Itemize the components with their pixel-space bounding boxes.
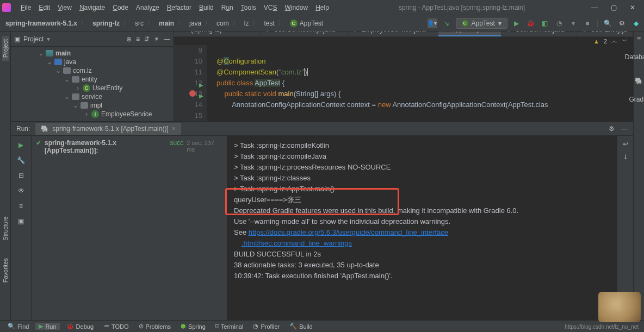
tab-userentity[interactable]: UserEntity.ja: [577, 32, 633, 36]
scroll-end-icon[interactable]: ⤓: [623, 153, 628, 161]
sidebar-favorites[interactable]: Favorites: [2, 255, 9, 286]
user-avatar-icon[interactable]: 👤▾: [428, 18, 437, 28]
crumb[interactable]: test〉: [262, 17, 287, 29]
expand-icon[interactable]: ≡: [136, 35, 140, 43]
menu-vcs[interactable]: VCS: [261, 3, 281, 12]
stop-icon[interactable]: ■: [583, 18, 592, 28]
gradle-elephant-icon[interactable]: 🐘: [635, 77, 643, 85]
tree-service[interactable]: service: [82, 93, 102, 101]
project-tree[interactable]: ⌄main ⌄java ⌄com.lz ⌄entity ›CUserEntity…: [11, 47, 174, 121]
run-tree-time: 2 sec, 237 ms: [187, 140, 222, 153]
crumb[interactable]: spring-lz〉: [90, 17, 133, 29]
status-find[interactable]: 🔍Find: [4, 323, 32, 330]
status-debug[interactable]: 🐞Debug: [63, 323, 97, 330]
tree-userentity[interactable]: UserEntity: [92, 84, 122, 92]
filter-icon[interactable]: ⊟: [18, 172, 24, 179]
run-settings-icon[interactable]: ⚙: [609, 125, 615, 133]
menu-edit[interactable]: Edit: [35, 3, 53, 12]
status-run[interactable]: ▶Run: [35, 323, 59, 330]
gradle-docs-link-2[interactable]: .html#sec:command_line_warnings: [234, 239, 352, 247]
settings-icon[interactable]: ⚙: [617, 18, 627, 28]
run-icon[interactable]: ▶: [512, 18, 522, 28]
crumb[interactable]: lz〉: [242, 17, 262, 29]
run-hide-icon[interactable]: —: [621, 125, 628, 133]
menu-help[interactable]: Help: [312, 3, 332, 12]
status-profiler[interactable]: ◔Profiler: [250, 323, 283, 330]
run-tree-status: succ: [170, 139, 184, 147]
run-tab[interactable]: 🐘spring-framework-5.1.x [AppTest.main()]…: [35, 123, 181, 135]
menu-build[interactable]: Build: [196, 3, 217, 12]
pin-icon[interactable]: ▣: [18, 217, 24, 225]
menu-navigate[interactable]: Navigate: [76, 3, 108, 12]
project-panel: ▣ Project ▾ ⊕ ≡ ⇵ ✴ — ⌄main ⌄java ⌄com.l…: [11, 32, 174, 121]
menu-refactor[interactable]: Refactor: [164, 3, 195, 12]
status-build[interactable]: 🔨Build: [286, 323, 315, 330]
tab-build-gradle[interactable]: 🐘build.gradle (:spring-lz)×: [174, 32, 260, 36]
search-icon[interactable]: 🔍: [603, 18, 612, 28]
collapse-icon[interactable]: ⇵: [144, 35, 150, 43]
softwrap-icon[interactable]: ↩: [623, 140, 628, 148]
menu-code[interactable]: Code: [109, 3, 132, 12]
crumb[interactable]: main〉: [157, 17, 187, 29]
menu-analyze[interactable]: Analyze: [133, 3, 163, 12]
coverage-icon[interactable]: ◧: [540, 18, 550, 28]
gutter[interactable]: 9 10 11 12▶ 13▶ 14 15: [174, 45, 207, 121]
crumb[interactable]: java〉: [187, 17, 214, 29]
debug-icon[interactable]: 🐞: [526, 18, 536, 28]
minimize-icon[interactable]: —: [591, 4, 598, 11]
wrench-icon[interactable]: 🔧: [17, 156, 25, 164]
project-panel-title[interactable]: Project: [23, 35, 44, 43]
tree-empservice[interactable]: EmployeeService: [101, 110, 152, 118]
tab-userserviceimpl[interactable]: UserServiceImpl.java×: [260, 32, 348, 36]
run-config-dropdown[interactable]: CAppTest ▾: [456, 18, 507, 29]
menu-run[interactable]: Run: [218, 3, 237, 12]
attach-icon[interactable]: ▾: [568, 18, 578, 28]
status-terminal[interactable]: ⌑Terminal: [212, 323, 247, 330]
gear-icon[interactable]: ✴: [154, 35, 159, 43]
tab-apptest[interactable]: AppTest.java×: [438, 32, 502, 36]
next-highlight-icon[interactable]: ﹀: [622, 37, 628, 45]
menu-window[interactable]: Window: [281, 3, 311, 12]
warning-icon[interactable]: ▲: [593, 38, 599, 45]
tab-userservice[interactable]: UserService.java×: [501, 32, 577, 36]
tab-employeeservice[interactable]: EmployeeService.java×: [348, 32, 438, 36]
warning-count: 2: [604, 38, 607, 45]
crumb[interactable]: com〉: [214, 17, 242, 29]
build-hammer-icon[interactable]: ↘: [442, 18, 451, 28]
crumb[interactable]: CAppTest: [288, 18, 325, 28]
tree-entity[interactable]: entity: [82, 76, 97, 83]
run-tree-root[interactable]: spring-framework-5.1.x [AppTest.main()]:: [45, 139, 167, 154]
gradle-docs-link[interactable]: https://docs.gradle.org/5.6.3/userguide/…: [249, 228, 448, 236]
layout-icon[interactable]: ≡: [19, 202, 23, 210]
hide-icon[interactable]: —: [164, 35, 170, 43]
menu-tools[interactable]: Tools: [238, 3, 259, 12]
menu-view[interactable]: View: [54, 3, 75, 12]
tree-main[interactable]: main: [55, 49, 71, 57]
jb-toolbox-icon[interactable]: ◆: [631, 18, 641, 28]
profile-icon[interactable]: ◔: [554, 18, 564, 28]
menu-file[interactable]: File: [17, 3, 34, 12]
tree-java[interactable]: java: [64, 58, 76, 66]
run-tree[interactable]: ✔ spring-framework-5.1.x [AppTest.main()…: [32, 136, 227, 320]
select-opened-icon[interactable]: ⊕: [126, 35, 132, 43]
success-check-icon: ✔: [36, 139, 41, 147]
close-icon[interactable]: ✕: [630, 4, 635, 11]
tree-comlz[interactable]: com.lz: [73, 67, 92, 74]
sidebar-structure[interactable]: Structure: [2, 213, 9, 244]
crumb[interactable]: spring-framework-5.1.x〉: [3, 17, 90, 29]
db-icon[interactable]: ≡: [637, 35, 641, 42]
watermark-mascot-icon: [598, 292, 641, 322]
status-spring[interactable]: ⬢Spring: [177, 323, 209, 330]
tree-impl[interactable]: impl: [90, 102, 102, 109]
status-todo[interactable]: ≔TODO: [100, 323, 132, 330]
maximize-icon[interactable]: ▢: [611, 4, 617, 11]
crumb[interactable]: src〉: [133, 17, 157, 29]
code-editor[interactable]: 9 10 11 12▶ 13▶ 14 15 @Configuration @Co…: [174, 45, 633, 121]
status-problems[interactable]: ⊘Problems: [135, 323, 174, 330]
run-output[interactable]: > Task :spring-lz:compileKotlin > Task :…: [227, 136, 617, 320]
eye-icon[interactable]: 👁: [18, 187, 24, 195]
run-panel: Run: 🐘spring-framework-5.1.x [AppTest.ma…: [11, 121, 633, 320]
sidebar-project[interactable]: Project: [2, 36, 9, 61]
prev-highlight-icon[interactable]: ︿: [611, 37, 617, 45]
rerun-icon[interactable]: ▶: [18, 141, 23, 149]
